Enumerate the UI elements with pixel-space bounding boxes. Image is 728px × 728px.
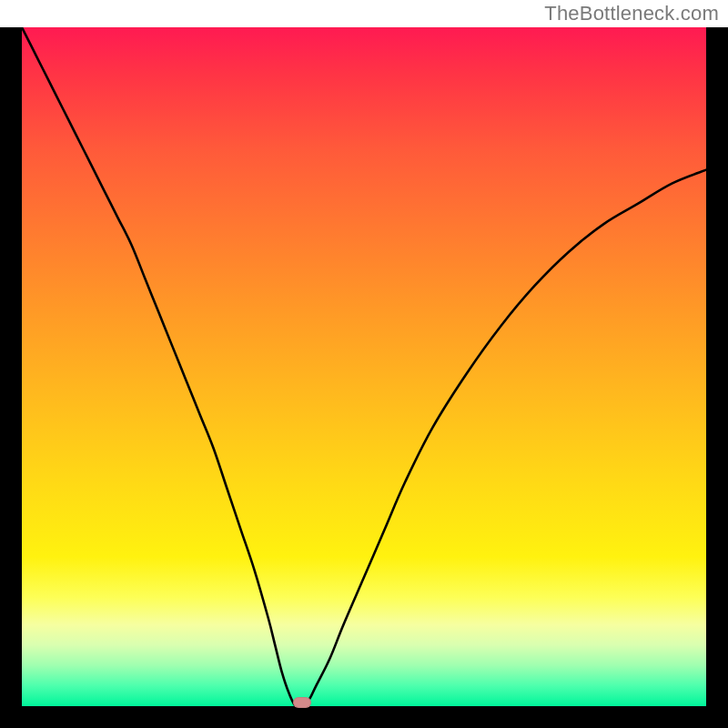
- optimum-marker: [293, 697, 311, 708]
- chart-frame: [0, 27, 728, 728]
- bottleneck-curve: [22, 27, 706, 706]
- chart-plot-area: [22, 27, 706, 706]
- watermark-text: TheBottleneck.com: [544, 2, 719, 25]
